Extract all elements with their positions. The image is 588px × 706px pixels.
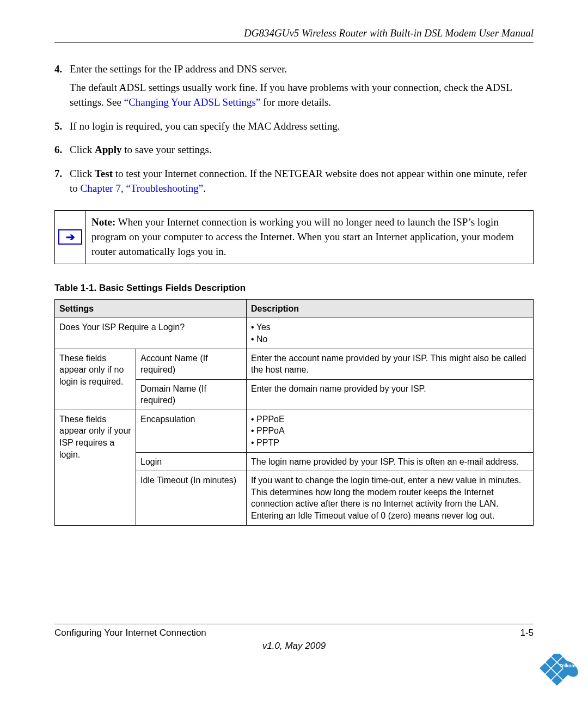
step-body: If no login is required, you can specify…	[70, 119, 534, 137]
step-line: If no login is required, you can specify…	[70, 119, 534, 134]
step-number: 6.	[54, 142, 70, 161]
test-label: Test	[95, 168, 113, 179]
note-text: When your Internet connection is working…	[91, 216, 514, 257]
cell-description: • PPPoE • PPPoA • PPTP	[247, 410, 534, 452]
apply-label: Apply	[95, 144, 122, 155]
cell-field: Idle Timeout (In minutes)	[136, 471, 247, 525]
table-row: These fields appear only if your ISP req…	[55, 410, 534, 452]
step-body: Click Test to test your Internet connect…	[70, 166, 534, 199]
step-6: 6. Click Apply to save your settings.	[54, 142, 534, 161]
page-content: DG834GUv5 Wireless Router with Built-in …	[0, 0, 588, 526]
note-icon-cell: ➔	[55, 211, 86, 264]
note-label: Note:	[91, 216, 115, 228]
cell-field: Account Name (If required)	[136, 349, 247, 379]
step-number: 7.	[54, 166, 70, 199]
cell-description: Enter the domain name provided by your I…	[247, 379, 534, 410]
step-7: 7. Click Test to test your Internet conn…	[54, 166, 534, 199]
cell-description: If you want to change the login time-out…	[247, 471, 534, 525]
table-caption: Table 1-1. Basic Settings Fields Descrip…	[54, 283, 534, 294]
arrow-right-icon: ➔	[58, 229, 82, 245]
step-line: Click Apply to save your settings.	[70, 142, 534, 157]
table-row: Does Your ISP Require a Login? • Yes • N…	[55, 318, 534, 349]
footer-section: Configuring Your Internet Connection	[54, 628, 206, 638]
cell-group-label: These fields appear only if no login is …	[55, 349, 136, 410]
note-body: Note: When your Internet connection is w…	[86, 211, 533, 264]
col-header-settings: Settings	[55, 299, 247, 318]
footer-rule	[54, 624, 534, 624]
cell-description: • Yes • No	[247, 318, 534, 349]
step-line: The default ADSL settings usually work f…	[70, 80, 534, 110]
step-5: 5. If no login is required, you can spec…	[54, 119, 534, 137]
cell-field: Login	[136, 452, 247, 471]
cell-setting: Does Your ISP Require a Login?	[55, 318, 247, 349]
document-header: DG834GUv5 Wireless Router with Built-in …	[54, 27, 534, 39]
cell-field: Encapsulation	[136, 410, 247, 452]
telkom-logo-icon: Telkom	[536, 654, 578, 696]
col-header-description: Description	[247, 299, 534, 318]
cell-group-label: These fields appear only if your ISP req…	[55, 410, 136, 525]
table-header-row: Settings Description	[55, 299, 534, 318]
step-list: 4. Enter the settings for the IP address…	[54, 62, 534, 199]
step-number: 4.	[54, 62, 70, 113]
footer-page-number: 1-5	[520, 628, 534, 638]
link-adsl-settings[interactable]: “Changing Your ADSL Settings”	[124, 96, 261, 108]
page-footer: Configuring Your Internet Connection 1-5…	[54, 624, 534, 652]
step-line: Enter the settings for the IP address an…	[70, 62, 534, 77]
table-row: These fields appear only if no login is …	[55, 349, 534, 379]
cell-field: Domain Name (If required)	[136, 379, 247, 410]
footer-row: Configuring Your Internet Connection 1-5	[54, 628, 534, 638]
step-4: 4. Enter the settings for the IP address…	[54, 62, 534, 113]
link-troubleshooting[interactable]: Chapter 7, “Troubleshooting”	[81, 182, 204, 194]
step-body: Click Apply to save your settings.	[70, 142, 534, 161]
step-line: Click Test to test your Internet connect…	[70, 166, 534, 196]
cell-description: The login name provided by your ISP. Thi…	[247, 452, 534, 471]
settings-table: Settings Description Does Your ISP Requi…	[54, 299, 534, 526]
header-rule	[54, 42, 534, 43]
step-body: Enter the settings for the IP address an…	[70, 62, 534, 113]
cell-description: Enter the account name provided by your …	[247, 349, 534, 379]
svg-text:Telkom: Telkom	[560, 663, 576, 668]
note-box: ➔ Note: When your Internet connection is…	[54, 210, 534, 264]
footer-version: v1.0, May 2009	[54, 641, 534, 652]
step-number: 5.	[54, 119, 70, 137]
